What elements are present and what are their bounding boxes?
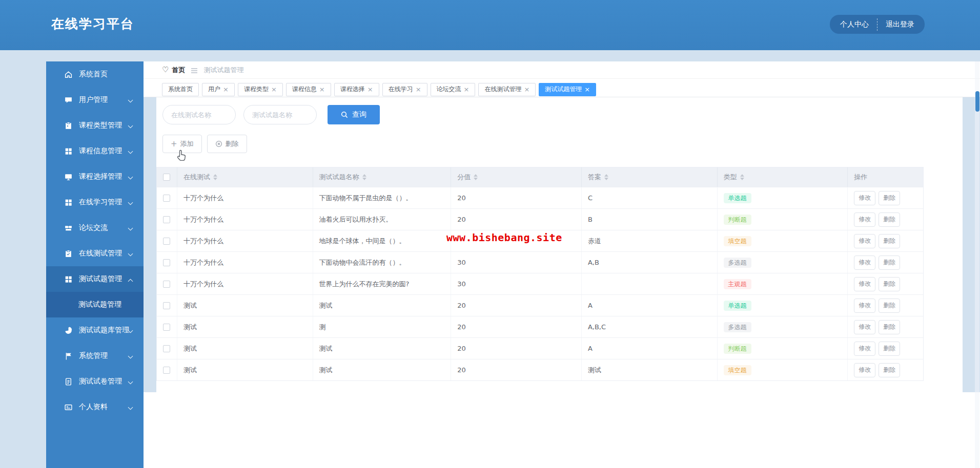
chevron-down-icon: [128, 354, 133, 359]
edit-button[interactable]: 修改: [854, 277, 875, 291]
logout-button[interactable]: 退出登录: [886, 20, 914, 29]
delete-row-button[interactable]: 删除: [879, 363, 900, 377]
delete-row-button[interactable]: 删除: [879, 234, 900, 248]
scrollbar-track[interactable]: [975, 61, 979, 468]
delete-row-button[interactable]: 删除: [879, 212, 900, 227]
delete-row-button[interactable]: 删除: [879, 299, 900, 313]
search-button[interactable]: 查询: [328, 105, 380, 124]
chevron-down-icon: [128, 149, 133, 154]
heart-icon: ♡: [162, 66, 169, 74]
scrollbar-thumb[interactable]: [975, 91, 979, 112]
cell-score: 20: [451, 338, 582, 359]
tab-course-info[interactable]: 课程信息 ×: [286, 83, 331, 96]
sidebar-item-online-learning-mgmt[interactable]: 在线学习管理: [46, 189, 144, 215]
edit-button[interactable]: 修改: [854, 363, 875, 377]
sidebar-item-forum[interactable]: 论坛交流: [46, 215, 144, 241]
sidebar-item-system-mgmt[interactable]: 系统管理: [46, 343, 144, 369]
question-name-input[interactable]: [243, 105, 317, 124]
tab-user[interactable]: 用户 ×: [202, 83, 235, 96]
sidebar-subitem-test-question-mgmt[interactable]: 测试试题管理: [46, 292, 144, 317]
row-checkbox[interactable]: [163, 367, 170, 374]
sort-icon[interactable]: [362, 174, 366, 180]
cell-question: 测试: [313, 359, 452, 380]
cell-question: 下面动物中会流汗的有（）。: [313, 252, 452, 273]
sidebar-item-profile[interactable]: 个人资料: [46, 394, 144, 420]
row-checkbox[interactable]: [163, 302, 170, 309]
delete-row-button[interactable]: 删除: [879, 277, 900, 291]
comment-icon: [64, 96, 73, 104]
table-row: 测试 测试 20 A 判断题 修改 删除: [157, 337, 923, 359]
edit-button[interactable]: 修改: [854, 234, 875, 248]
delete-row-button[interactable]: 删除: [879, 342, 900, 356]
edit-button[interactable]: 修改: [854, 320, 875, 334]
sort-icon[interactable]: [604, 174, 608, 180]
close-icon[interactable]: ×: [464, 86, 469, 93]
tab-label: 在线学习: [389, 85, 413, 94]
sort-icon[interactable]: [213, 174, 217, 180]
row-checkbox[interactable]: [163, 259, 170, 266]
edit-button[interactable]: 修改: [854, 299, 875, 313]
tab-course-select[interactable]: 课程选择 ×: [334, 83, 379, 96]
delete-button[interactable]: 删除: [207, 135, 247, 153]
row-checkbox[interactable]: [163, 281, 170, 288]
cell-online-test: 十万个为什么: [177, 209, 313, 230]
sort-icon[interactable]: [474, 174, 478, 180]
cell-online-test: 测试: [177, 338, 313, 359]
mouse-cursor-icon: [175, 149, 187, 162]
close-icon[interactable]: ×: [368, 86, 373, 93]
sidebar-item-question-bank-mgmt[interactable]: 测试试题库管理: [46, 317, 144, 343]
edit-button[interactable]: 修改: [854, 212, 875, 227]
close-icon[interactable]: ×: [524, 86, 529, 93]
sidebar-subitem-label: 测试试题管理: [78, 300, 121, 309]
tab-test-question-mgmt[interactable]: 测试试题管理 ×: [539, 83, 596, 96]
sidebar-item-test-question-mgmt[interactable]: 测试试题管理: [46, 266, 144, 292]
cell-online-test: 十万个为什么: [177, 230, 313, 251]
delete-row-button[interactable]: 删除: [879, 191, 900, 205]
sidebar-item-online-test-mgmt[interactable]: 在线测试管理: [46, 241, 144, 266]
type-badge: 单选题: [724, 301, 751, 311]
tab-course-type[interactable]: 课程类型 ×: [238, 83, 283, 96]
header-cell-type: 类型: [718, 167, 848, 187]
close-icon[interactable]: ×: [271, 86, 277, 93]
cell-score: 30: [451, 252, 582, 273]
tab-home[interactable]: 系统首页: [162, 83, 199, 96]
breadcrumb-home[interactable]: 首页: [172, 66, 185, 75]
edit-button[interactable]: 修改: [854, 342, 875, 356]
sidebar-item-user-mgmt[interactable]: 用户管理: [46, 87, 144, 113]
column-label: 分值: [457, 173, 471, 182]
edit-button[interactable]: 修改: [854, 191, 875, 205]
row-checkbox[interactable]: [163, 324, 170, 331]
sidebar-item-test-paper-mgmt[interactable]: 测试试卷管理: [46, 369, 144, 394]
row-checkbox[interactable]: [163, 195, 170, 202]
edit-button[interactable]: 修改: [854, 256, 875, 270]
profile-button[interactable]: 个人中心: [840, 20, 869, 29]
sort-icon[interactable]: [740, 174, 744, 180]
cell-question: 地球是个球体，中间是（）。: [313, 230, 452, 251]
close-icon[interactable]: ×: [416, 86, 421, 93]
tab-online-learning[interactable]: 在线学习 ×: [382, 83, 427, 96]
row-checkbox[interactable]: [163, 345, 170, 352]
user-menu: 个人中心 退出登录: [830, 15, 925, 34]
delete-row-button[interactable]: 删除: [879, 256, 900, 270]
breadcrumb-current: 测试试题管理: [203, 66, 243, 75]
sidebar-item-course-type-mgmt[interactable]: 课程类型管理: [46, 113, 144, 138]
sidebar-item-home[interactable]: 系统首页: [46, 61, 144, 87]
close-icon[interactable]: ×: [319, 86, 325, 93]
sidebar-item-label: 课程选择管理: [79, 172, 122, 181]
select-all-checkbox[interactable]: [163, 174, 170, 181]
sidebar-item-course-select-mgmt[interactable]: 课程选择管理: [46, 164, 144, 189]
cell-answer: A: [582, 338, 718, 359]
row-checkbox[interactable]: [163, 238, 170, 245]
tab-forum[interactable]: 论坛交流 ×: [431, 83, 476, 96]
close-icon[interactable]: ×: [223, 86, 229, 93]
monitor-icon: [64, 173, 73, 181]
delete-button-label: 删除: [226, 139, 239, 148]
delete-row-button[interactable]: 删除: [879, 320, 900, 334]
row-checkbox[interactable]: [163, 216, 170, 223]
tab-label: 在线测试管理: [484, 85, 521, 94]
sidebar-item-course-info-mgmt[interactable]: 课程信息管理: [46, 138, 144, 164]
online-test-name-input[interactable]: [162, 105, 236, 124]
home-icon: [64, 70, 73, 79]
tab-online-test-mgmt[interactable]: 在线测试管理 ×: [478, 83, 536, 96]
close-icon[interactable]: ×: [584, 86, 590, 93]
